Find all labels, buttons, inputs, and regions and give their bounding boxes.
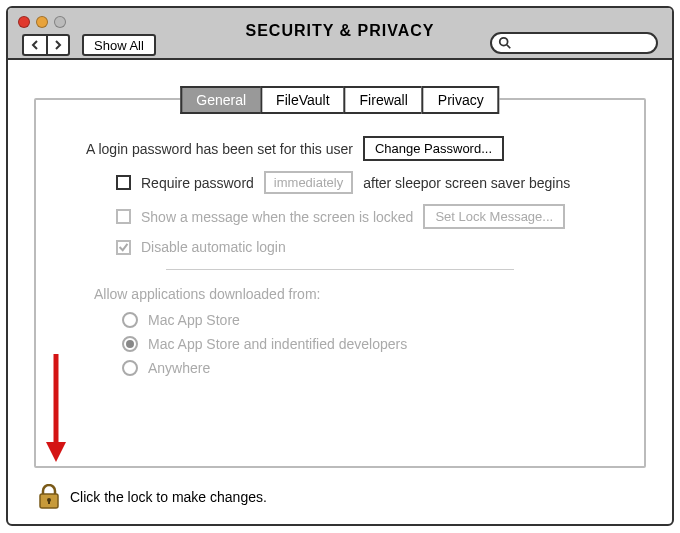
login-password-row: A login password has been set for this u… [86,136,594,161]
allow-downloads-radio-group: Mac App Store Mac App Store and indentif… [122,312,594,376]
change-password-button[interactable]: Change Password... [363,136,504,161]
settings-panel: General FileVault Firewall Privacy A log… [34,98,646,468]
disable-auto-login-row: Disable automatic login [116,239,594,255]
lock-hint-text: Click the lock to make changes. [70,489,267,505]
svg-line-1 [507,45,511,49]
radio-identified-developers[interactable]: Mac App Store and indentified developers [122,336,594,352]
require-password-suffix: after sleepor screen saver begins [363,175,570,191]
show-message-checkbox[interactable] [116,209,131,224]
show-message-row: Show a message when the screen is locked… [116,204,594,229]
search-field[interactable] [490,32,658,54]
content-area: General FileVault Firewall Privacy A log… [8,60,672,524]
checkmark-icon [118,240,129,254]
tab-general[interactable]: General [180,86,260,114]
radio-label: Mac App Store and indentified developers [148,336,407,352]
allow-downloads-label: Allow applications downloaded from: [94,286,594,302]
forward-button[interactable] [46,34,70,56]
tab-filevault[interactable]: FileVault [260,86,343,114]
require-password-row: Require password immediately after sleep… [116,171,594,194]
close-window-icon[interactable] [18,16,30,28]
titlebar: Show All SECURITY & PRIVACY [8,8,672,60]
zoom-window-icon[interactable] [54,16,66,28]
radio-anywhere[interactable]: Anywhere [122,360,594,376]
nav-buttons [22,34,70,56]
radio-icon [122,312,138,328]
require-password-label: Require password [141,175,254,191]
disable-auto-login-checkbox[interactable] [116,240,131,255]
svg-rect-5 [48,500,50,504]
tab-privacy[interactable]: Privacy [422,86,500,114]
require-password-delay-dropdown[interactable]: immediately [264,171,353,194]
radio-label: Mac App Store [148,312,240,328]
tab-firewall[interactable]: Firewall [344,86,422,114]
show-message-label: Show a message when the screen is locked [141,209,413,225]
minimize-window-icon[interactable] [36,16,48,28]
radio-icon [122,336,138,352]
lock-icon[interactable] [38,484,60,510]
preferences-window: Show All SECURITY & PRIVACY General File… [6,6,674,526]
chevron-right-icon [53,40,63,50]
set-lock-message-button[interactable]: Set Lock Message... [423,204,565,229]
search-input[interactable] [516,36,650,50]
tab-bar: General FileVault Firewall Privacy [180,86,499,114]
radio-mac-app-store[interactable]: Mac App Store [122,312,594,328]
require-password-checkbox[interactable] [116,175,131,190]
back-button[interactable] [22,34,46,56]
login-password-text: A login password has been set for this u… [86,141,353,157]
chevron-left-icon [30,40,40,50]
lock-row: Click the lock to make changes. [38,484,267,510]
show-all-button[interactable]: Show All [82,34,156,56]
search-icon [498,36,512,50]
divider [166,269,514,270]
radio-label: Anywhere [148,360,210,376]
svg-point-0 [500,38,508,46]
radio-icon [122,360,138,376]
window-controls [18,16,66,28]
disable-auto-login-label: Disable automatic login [141,239,286,255]
